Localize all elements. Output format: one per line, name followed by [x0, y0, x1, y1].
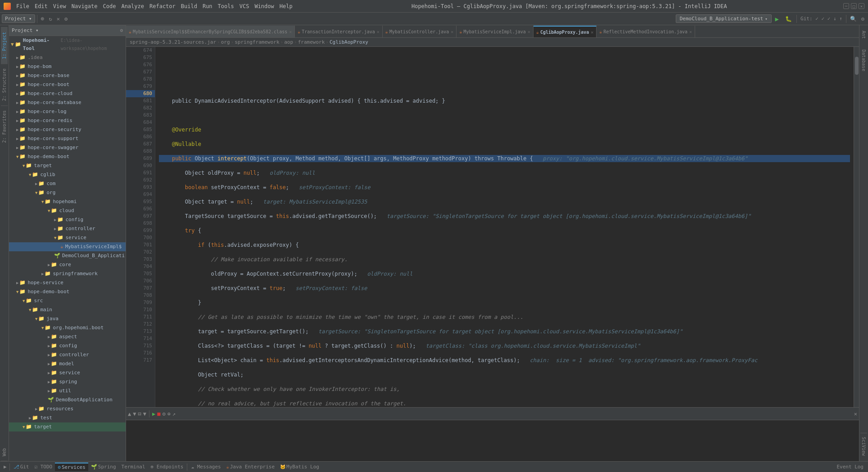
menu-view[interactable]: View [50, 2, 69, 10]
close-button[interactable]: ✕ [859, 3, 864, 9]
run-button[interactable]: ▶ [773, 14, 782, 23]
menu-edit[interactable]: Edit [32, 2, 50, 10]
tree-hope-core-security[interactable]: ▶ 📁 hope-core-security [9, 125, 126, 134]
tab-todo[interactable]: ☑ TODO [32, 463, 55, 471]
services-collapse[interactable]: ⊟ [138, 411, 141, 417]
menu-analyze[interactable]: Analyze [118, 2, 147, 10]
code-content[interactable]: public DynamicAdvisedInterceptor(Advised… [155, 47, 854, 407]
tree-root[interactable]: ▼ 📁 Hopehomi-Tool E:\idea-workspace\hope… [9, 36, 126, 53]
tree-main[interactable]: ▼ 📁 main [9, 305, 126, 314]
menu-file[interactable]: File [14, 2, 32, 10]
tree-core[interactable]: ▶ 📁 core [9, 260, 126, 269]
menu-help[interactable]: Help [277, 2, 295, 10]
tab-database[interactable]: Database [860, 46, 867, 75]
debug-button[interactable]: 🐛 [782, 15, 795, 23]
settings-button[interactable]: ⚙ [859, 15, 866, 23]
menu-navigate[interactable]: Navigate [69, 2, 100, 10]
menu-vcs[interactable]: VCS [237, 2, 252, 10]
tree-model[interactable]: ▶ 📁 model [9, 359, 126, 368]
tree-config2[interactable]: ▶ 📁 config [9, 341, 126, 350]
menu-run[interactable]: Run [200, 2, 215, 10]
tree-demobootapp[interactable]: 🌱 DemoBootApplication [9, 395, 126, 404]
bc-aop[interactable]: aop [284, 39, 293, 45]
bottom-icon-run[interactable]: ▶ [2, 463, 9, 471]
bc-framework[interactable]: framework [298, 39, 325, 45]
tree-mybatisservice[interactable]: ☕ MybatisServiceImpl$ [9, 242, 126, 251]
editor-tab-mybatisimpl[interactable]: ☕ MybatisServiceImpl$$EnhancerBySpringCG… [126, 26, 295, 37]
editor-tab-mybatissvc[interactable]: ☕ MybatisServiceImpl.java ✕ [457, 26, 533, 37]
tree-hope-core-log[interactable]: ▶ 📁 hope-core-log [9, 107, 126, 116]
menu-refactor[interactable]: Refactor [147, 2, 178, 10]
services-close-btn[interactable]: ✕ [854, 411, 857, 417]
services-scroll-down[interactable]: ▼ [133, 411, 136, 417]
bc-jar[interactable]: spring-aop-5.3.21-sources.jar [130, 39, 216, 45]
tree-hope-bom[interactable]: ▶ 📁 hope-bom [9, 62, 126, 71]
tree-org-hopehomi-boot[interactable]: ▼ 📁 org.hopehomi.boot [9, 323, 126, 332]
menu-code[interactable]: Code [100, 2, 119, 10]
tree-hope-core-base[interactable]: ▶ 📁 hope-core-base [9, 71, 126, 80]
minimize-button[interactable]: ─ [843, 3, 849, 9]
toolbar-icon-sync[interactable]: ↻ [47, 15, 54, 23]
tree-springframework[interactable]: ▶ 📁 springframework [9, 269, 126, 278]
tab-javaenterprise[interactable]: ☕ Java Enterprise [224, 463, 277, 471]
services-play[interactable]: ▶ [152, 411, 155, 417]
tree-test[interactable]: ▶ 📁 test [9, 413, 126, 422]
editor-tab-transaction[interactable]: ☕ TransactionInterceptor.java ✕ [295, 26, 383, 37]
toolbar-icon-gear[interactable]: ⚙ [63, 15, 69, 23]
tree-cloud[interactable]: ▼ 📁 cloud [9, 206, 126, 215]
tree-service2[interactable]: ▶ 📁 service [9, 368, 126, 377]
maximize-button[interactable]: □ [851, 3, 857, 9]
panel-gear[interactable]: ⚙ [120, 27, 123, 33]
bc-cglibaop[interactable]: CglibAopProxy [330, 39, 368, 45]
tree-hope-core-redis[interactable]: ▶ 📁 hope-core-redis [9, 116, 126, 125]
services-expand[interactable]: ⊕ [167, 411, 171, 417]
menu-tools[interactable]: Tools [215, 2, 237, 10]
editor-tab-mybatisctrl[interactable]: ☕ MybatisController.java ✕ [383, 26, 457, 37]
tree-hope-demo-boot-2[interactable]: ▼ 📁 hope-demo-boot [9, 287, 126, 296]
tree-java[interactable]: ▼ 📁 java [9, 314, 126, 323]
services-more[interactable]: ⚙ [162, 411, 165, 417]
tree-democloudb[interactable]: 🌱 DemoCloud_B_Applicati... [9, 251, 126, 260]
tree-service[interactable]: ▼ 📁 service [9, 233, 126, 242]
tree-aspect[interactable]: ▶ 📁 aspect [9, 332, 126, 341]
tree-config[interactable]: ▶ 📁 config [9, 215, 126, 224]
tab-structure[interactable]: 2: Structure [1, 64, 8, 105]
toolbar-icon-close[interactable]: ✕ [55, 15, 62, 23]
services-filter[interactable]: ▼ [143, 411, 146, 417]
tree-controller[interactable]: ▶ 📁 controller [9, 224, 126, 233]
tree-hope-demo-boot-1[interactable]: ▼ 📁 hope-demo-boot [9, 152, 126, 161]
tree-hope-core-swagger[interactable]: ▶ 📁 hope-core-swagger [9, 143, 126, 152]
tab-eventlog[interactable]: Event Log [834, 463, 866, 471]
bc-org[interactable]: org [221, 39, 230, 45]
tree-org[interactable]: ▼ 📁 org [9, 188, 126, 197]
tree-util[interactable]: ▶ 📁 util [9, 386, 126, 395]
editor-tab-reflective[interactable]: ☕ ReflectiveMethodInvocation.java ✕ [597, 26, 695, 37]
scrollbar-vertical[interactable] [854, 47, 859, 407]
bc-springframework[interactable]: springframework [235, 39, 279, 45]
tree-idea[interactable]: ▶ 📁 .idea [9, 53, 126, 62]
tree-hope-core-boot[interactable]: ▶ 📁 hope-core-boot [9, 80, 126, 89]
tree-target2[interactable]: ▼ 📁 target [9, 422, 126, 431]
editor-tab-cglibaop[interactable]: ☕ CglibAopProxy.java ✕ [533, 26, 597, 37]
tree-hope-service[interactable]: ▶ 📁 hope-service [9, 278, 126, 287]
menu-window[interactable]: Window [252, 2, 276, 10]
tree-controller2[interactable]: ▶ 📁 controller [9, 350, 126, 359]
tree-hope-core-database[interactable]: ▶ 📁 hope-core-database [9, 98, 126, 107]
tab-mybatislog[interactable]: 🐱 MyBatis Log [277, 463, 322, 471]
tree-hope-core-cloud[interactable]: ▶ 📁 hope-core-cloud [9, 89, 126, 98]
tree-resources[interactable]: ▶ 📁 resources [9, 404, 126, 413]
tree-cglib[interactable]: ▼ 📁 cglib [9, 170, 126, 179]
tree-spring[interactable]: ▶ 📁 spring [9, 377, 126, 386]
services-stop[interactable]: ■ [157, 411, 160, 417]
project-dropdown[interactable]: Project ▾ [2, 14, 35, 23]
search-everywhere[interactable]: 🔍 [848, 15, 859, 23]
tree-hope-core-support[interactable]: ▶ 📁 hope-core-support [9, 134, 126, 143]
tab-ant[interactable]: Ant [860, 27, 867, 42]
tree-target[interactable]: ▼ 📁 target [9, 161, 126, 170]
git-status[interactable]: Git: ✓ ✓ ✓ ↓ ↑ [799, 15, 844, 23]
tree-src[interactable]: ▼ 📁 src [9, 296, 126, 305]
tab-git-bottom[interactable]: ⎇ Git [11, 463, 32, 471]
tree-com[interactable]: ▶ 📁 com [9, 179, 126, 188]
tab-favorites[interactable]: 2: Favorites [1, 105, 8, 147]
tab-terminal-bottom[interactable]: Terminal [119, 463, 148, 471]
